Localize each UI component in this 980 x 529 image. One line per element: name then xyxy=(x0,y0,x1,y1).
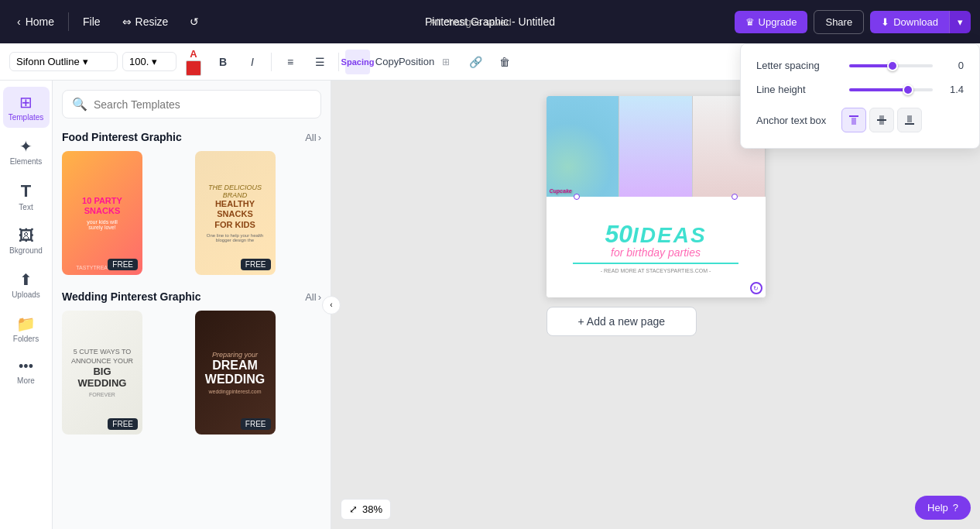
font-color-label: A xyxy=(190,48,197,60)
line-height-thumb[interactable] xyxy=(903,84,913,95)
collapse-icon: ‹ xyxy=(330,301,332,309)
download-icon: ⬇ xyxy=(881,16,889,28)
template-card-healthy-snacks[interactable]: THE DELICIOUS BRAND HEALTHYSNACKSFOR KID… xyxy=(195,151,276,275)
sidebar-templates-label: Templates xyxy=(9,113,44,122)
download-more-button[interactable]: ▾ xyxy=(949,11,971,33)
add-page-button[interactable]: + Add a new page xyxy=(547,307,697,336)
sidebar-uploads-label: Uploads xyxy=(12,290,40,299)
help-button[interactable]: Help ? xyxy=(915,496,971,520)
sidebar-item-templates[interactable]: ⊞ Templates xyxy=(3,87,50,128)
italic-button[interactable]: I xyxy=(240,50,265,74)
anchor-middle-button[interactable] xyxy=(869,108,894,132)
link-button[interactable]: 🔗 xyxy=(463,50,488,74)
wedding-all-label: All xyxy=(305,291,316,303)
letter-spacing-slider[interactable] xyxy=(849,64,933,67)
template-card-big-wedding[interactable]: 5 CUTE WAYS TOANNOUNCE YOUR BIG WEDDING … xyxy=(62,311,142,435)
letter-spacing-thumb[interactable] xyxy=(887,60,898,71)
add-page-label: + Add a new page xyxy=(578,315,666,328)
spacing-button[interactable]: Spacing xyxy=(345,50,370,74)
search-icon: 🔍 xyxy=(72,97,87,112)
food-section-all[interactable]: All › xyxy=(305,132,321,143)
elements-icon: ✦ xyxy=(19,137,33,156)
anchor-top-button[interactable] xyxy=(841,108,866,132)
bold-button[interactable]: B xyxy=(211,50,235,74)
text-color-button[interactable]: A xyxy=(181,50,206,74)
share-button[interactable]: Share xyxy=(814,10,864,34)
download-button[interactable]: ⬇ Download xyxy=(870,11,949,33)
opacity-button[interactable]: ⊞ xyxy=(433,50,458,74)
file-menu[interactable]: File xyxy=(75,11,108,33)
templates-panel: 🔍 Food Pinterest Graphic All › 10 PARTYS… xyxy=(53,81,331,529)
folders-icon: 📁 xyxy=(16,314,36,333)
template-card-party-snacks[interactable]: 10 PARTYSNACKS your kids willsurely love… xyxy=(62,151,142,275)
svg-rect-3 xyxy=(877,119,886,121)
zoom-control[interactable]: ⤢ 38% xyxy=(341,499,391,520)
wedding-templates-grid: 5 CUTE WAYS TOANNOUNCE YOUR BIG WEDDING … xyxy=(62,311,321,435)
nav-right: ♛ Upgrade Share ⬇ Download ▾ xyxy=(735,10,971,34)
wedding-all-arrow: › xyxy=(318,291,321,303)
upgrade-button[interactable]: ♛ Upgrade xyxy=(735,11,808,33)
svg-rect-5 xyxy=(907,115,912,122)
food-card-1-badge: FREE xyxy=(108,259,138,270)
chevron-left-icon: ‹ xyxy=(17,15,21,28)
search-box[interactable]: 🔍 xyxy=(62,90,321,119)
list-button[interactable]: ☰ xyxy=(307,50,332,74)
help-icon: ? xyxy=(953,502,958,514)
search-input[interactable] xyxy=(94,98,311,111)
sidebar-background-label: Bkground xyxy=(9,246,43,255)
sidebar-item-more[interactable]: ••• More xyxy=(3,352,50,391)
svg-rect-0 xyxy=(849,115,858,117)
svg-rect-1 xyxy=(852,118,856,125)
sidebar-item-text[interactable]: T Text xyxy=(3,175,50,218)
letter-spacing-track xyxy=(849,64,893,67)
top-nav: ‹ Home File ⇔ Resize ↺ All changes saved… xyxy=(0,0,980,43)
wedding-card-1-badge: FREE xyxy=(108,418,138,430)
position-label: Position xyxy=(399,56,434,67)
anchor-bottom-button[interactable] xyxy=(897,108,922,132)
sidebar: ⊞ Templates ✦ Elements T Text 🖼 Bkground… xyxy=(0,81,53,529)
line-height-slider[interactable] xyxy=(849,88,933,91)
list-icon: ☰ xyxy=(315,56,325,68)
undo-icon: ↺ xyxy=(190,15,199,28)
food-card-2-badge: FREE xyxy=(241,259,271,270)
position-button[interactable]: Position xyxy=(404,50,429,74)
sidebar-item-elements[interactable]: ✦ Elements xyxy=(3,131,50,172)
wedding-section-all[interactable]: All › xyxy=(305,291,321,303)
collapse-panel-button[interactable]: ‹ xyxy=(322,296,341,314)
toolbar-separator xyxy=(271,53,272,71)
anchor-row: Anchor text box xyxy=(756,108,964,132)
text-icon: T xyxy=(21,181,31,201)
sidebar-elements-label: Elements xyxy=(10,157,43,166)
template-card-dream-wedding[interactable]: Preparing your DREAMWEDDING weddingpinte… xyxy=(195,311,276,435)
anchor-buttons xyxy=(841,108,922,132)
birthday-content: 50 IDEAS for birthday parties - READ MOR… xyxy=(547,197,766,297)
wedding-card-2-badge: FREE xyxy=(241,418,271,430)
align-button[interactable]: ≡ xyxy=(278,50,303,74)
food-section-header: Food Pinterest Graphic All › xyxy=(62,131,321,143)
letter-spacing-value: 0 xyxy=(941,60,964,71)
download-group: ⬇ Download ▾ xyxy=(870,11,971,33)
sidebar-item-background[interactable]: 🖼 Bkground xyxy=(3,221,50,261)
sidebar-text-label: Text xyxy=(19,203,33,211)
sidebar-item-uploads[interactable]: ⬆ Uploads xyxy=(3,264,50,305)
letter-spacing-label: Letter spacing xyxy=(756,60,841,71)
copy-button[interactable]: Copy xyxy=(375,50,399,74)
bold-icon: B xyxy=(219,56,227,68)
help-label: Help xyxy=(927,502,948,514)
sidebar-item-folders[interactable]: 📁 Folders xyxy=(3,308,50,349)
sidebar-more-label: More xyxy=(17,376,35,385)
link-icon: 🔗 xyxy=(469,56,482,68)
delete-button[interactable]: 🗑 xyxy=(492,50,517,74)
canvas-page-top[interactable]: Cupcake xyxy=(547,96,766,297)
undo-button[interactable]: ↺ xyxy=(182,11,207,33)
font-selector[interactable]: Sifonn Outline ▾ xyxy=(9,52,118,71)
crown-icon: ♛ xyxy=(745,16,755,28)
home-button[interactable]: ‹ Home xyxy=(9,11,62,33)
font-dropdown-icon: ▾ xyxy=(83,56,88,67)
resize-button[interactable]: ⇔ Resize xyxy=(115,11,176,33)
uploads-icon: ⬆ xyxy=(19,270,33,289)
anchor-bottom-icon xyxy=(903,114,916,126)
font-size-selector[interactable]: 100. ▾ xyxy=(122,52,176,71)
spacing-label: Spacing xyxy=(341,57,375,67)
download-label: Download xyxy=(893,16,938,28)
